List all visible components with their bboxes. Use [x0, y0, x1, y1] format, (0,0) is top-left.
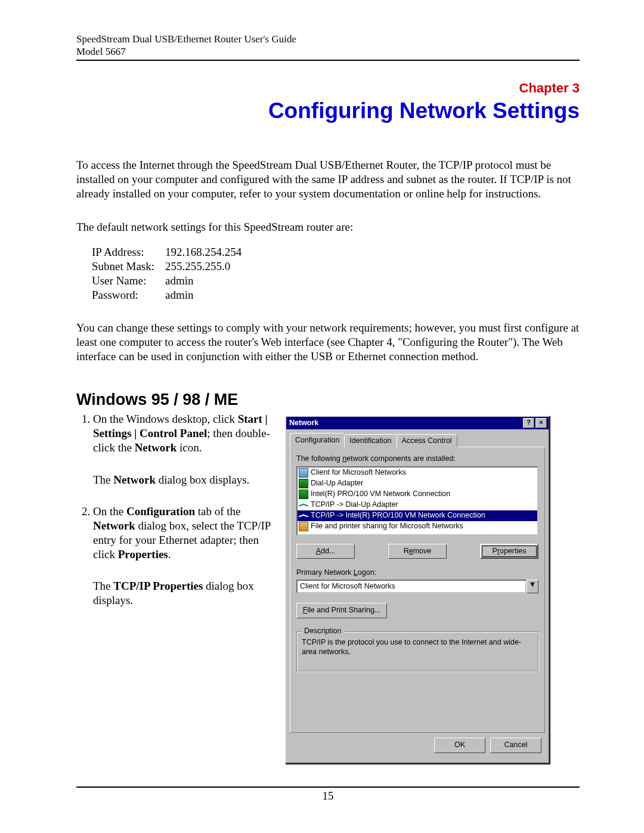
defaults-intro: The default network settings for this Sp…	[76, 220, 580, 234]
file-print-sharing-button[interactable]: File and Print Sharing...	[296, 603, 387, 618]
tab-strip: Configuration Identification Access Cont…	[290, 432, 545, 447]
tab-identification[interactable]: Identification	[344, 434, 397, 448]
window-title: Network	[289, 419, 318, 428]
list-item[interactable]: TCP/IP -> Dial-Up Adapter	[298, 500, 537, 510]
list-item[interactable]: File and printer sharing for Microsoft N…	[298, 521, 537, 532]
components-listbox[interactable]: Client for Microsoft Networks Dial-Up Ad…	[296, 466, 538, 535]
instruction-column: On the Windows desktop, click Start | Se…	[76, 412, 285, 625]
list-item[interactable]: Intel(R) PRO/100 VM Network Connection	[298, 489, 537, 500]
list-item-selected[interactable]: TCP/IP -> Intel(R) PRO/100 VM Network Co…	[298, 510, 537, 521]
running-header: SpeedStream Dual USB/Ethernet Router Use…	[76, 33, 580, 61]
table-row: IP Address:192.168.254.254	[92, 245, 252, 259]
list-item[interactable]: Dial-Up Adapter	[298, 478, 537, 489]
setting-label: IP Address:	[92, 245, 165, 259]
setting-value: 192.168.254.254	[165, 245, 252, 259]
list-item: On the Configuration tab of the Network …	[93, 504, 273, 608]
table-row: Password:admin	[92, 288, 252, 302]
remove-button[interactable]: Remove	[388, 544, 447, 559]
change-paragraph: You can change these settings to comply …	[76, 321, 580, 363]
cancel-button[interactable]: Cancel	[490, 738, 541, 753]
tab-access-control[interactable]: Access Control	[397, 434, 457, 448]
list-item[interactable]: Client for Microsoft Networks	[298, 467, 537, 478]
description-groupbox: Description TCP/IP is the protocol you u…	[296, 631, 538, 671]
setting-value: admin	[165, 274, 252, 288]
network-dialog: Network ? × Configuration Identification…	[285, 416, 550, 763]
table-row: User Name:admin	[92, 274, 252, 288]
groupbox-legend: Description	[302, 627, 344, 636]
help-button[interactable]: ?	[523, 418, 534, 428]
adapter-icon	[299, 479, 308, 488]
page: SpeedStream Dual USB/Ethernet Router Use…	[0, 0, 644, 833]
dialog-button-row: OK Cancel	[290, 733, 545, 757]
setting-value: admin	[165, 288, 252, 302]
logon-label: Primary Network Logon:	[296, 568, 538, 578]
list-button-row: Add... Remove Properties	[296, 544, 538, 559]
intro-paragraph: To access the Internet through the Speed…	[76, 158, 580, 200]
page-number: 15	[76, 788, 580, 803]
title-bar[interactable]: Network ? ×	[286, 417, 549, 429]
dropdown-value: Client for Microsoft Networks	[296, 580, 527, 594]
list-item: On the Windows desktop, click Start | Se…	[93, 412, 273, 487]
add-button[interactable]: Add...	[296, 544, 355, 559]
components-label: The following network components are ins…	[296, 454, 538, 464]
close-button[interactable]: ×	[535, 418, 547, 428]
step-list: On the Windows desktop, click Start | Se…	[76, 412, 273, 608]
section-heading: Windows 95 / 98 / ME	[76, 390, 580, 410]
chapter-title: Configuring Network Settings	[76, 97, 580, 125]
primary-logon-dropdown[interactable]: Client for Microsoft Networks ▼	[296, 580, 538, 594]
default-settings-table: IP Address:192.168.254.254 Subnet Mask:2…	[92, 245, 252, 302]
setting-label: Subnet Mask:	[92, 259, 165, 274]
tab-configuration[interactable]: Configuration	[290, 433, 345, 448]
client-icon	[299, 468, 308, 478]
chapter-label: Chapter 3	[76, 80, 580, 97]
two-column-layout: On the Windows desktop, click Start | Se…	[76, 412, 580, 763]
ok-button[interactable]: OK	[434, 738, 485, 753]
header-line-1: SpeedStream Dual USB/Ethernet Router Use…	[76, 33, 580, 45]
protocol-icon	[299, 511, 308, 521]
setting-value: 255.255.255.0	[165, 259, 252, 274]
properties-button[interactable]: Properties	[480, 544, 538, 559]
adapter-icon	[299, 490, 308, 499]
table-row: Subnet Mask:255.255.255.0	[92, 259, 252, 274]
dialog-body: Configuration Identification Access Cont…	[286, 429, 549, 762]
protocol-icon	[299, 500, 308, 510]
description-text: TCP/IP is the protocol you use to connec…	[302, 638, 533, 657]
header-line-2: Model 5667	[76, 45, 580, 58]
setting-label: User Name:	[92, 274, 165, 288]
chevron-down-icon[interactable]: ▼	[527, 580, 538, 594]
setting-label: Password:	[92, 288, 165, 302]
service-icon	[299, 522, 308, 531]
tab-panel: The following network components are ins…	[290, 447, 545, 733]
